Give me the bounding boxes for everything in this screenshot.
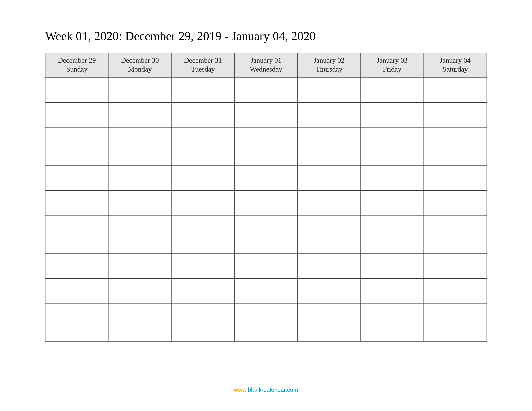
calendar-row <box>45 316 487 329</box>
calendar-cell <box>171 266 234 279</box>
calendar-cell <box>298 178 361 190</box>
calendar-cell <box>171 153 234 165</box>
day-header-monday: December 30 Monday <box>108 53 171 77</box>
calendar-cell <box>234 165 297 178</box>
calendar-cell <box>108 216 171 228</box>
calendar-cell <box>424 241 487 253</box>
day-header-thursday: January 02 Thursday <box>298 53 361 77</box>
calendar-cell <box>424 316 487 329</box>
calendar-cell <box>234 216 297 228</box>
calendar-cell <box>45 77 108 90</box>
day-header-weekday: Thursday <box>299 65 359 74</box>
calendar-cell <box>424 253 487 266</box>
calendar-row <box>45 140 487 153</box>
calendar-cell <box>45 241 108 253</box>
calendar-cell <box>361 329 424 341</box>
calendar-cell <box>234 316 297 329</box>
calendar-cell <box>108 90 171 103</box>
calendar-cell <box>361 241 424 253</box>
calendar-cell <box>298 316 361 329</box>
calendar-row <box>45 329 487 341</box>
calendar-cell <box>424 216 487 228</box>
day-header-weekday: Wednesday <box>236 65 296 74</box>
day-header-saturday: January 04 Saturday <box>424 53 487 77</box>
calendar-cell <box>424 304 487 316</box>
day-header-tuesday: December 31 Tuesday <box>171 53 234 77</box>
calendar-cell <box>108 266 171 279</box>
calendar-cell <box>45 90 108 103</box>
calendar-cell <box>298 266 361 279</box>
calendar-row <box>45 279 487 291</box>
calendar-cell <box>171 291 234 304</box>
day-header-date: December 29 <box>47 56 107 65</box>
day-header-date: January 01 <box>236 56 296 65</box>
calendar-cell <box>424 103 487 115</box>
calendar-cell <box>424 266 487 279</box>
calendar-cell <box>424 140 487 153</box>
calendar-cell <box>361 316 424 329</box>
calendar-cell <box>45 316 108 329</box>
calendar-cell <box>298 103 361 115</box>
calendar-cell <box>45 253 108 266</box>
calendar-cell <box>171 165 234 178</box>
calendar-cell <box>361 266 424 279</box>
calendar-row <box>45 266 487 279</box>
calendar-cell <box>171 103 234 115</box>
calendar-cell <box>298 90 361 103</box>
calendar-row <box>45 304 487 316</box>
calendar-cell <box>361 216 424 228</box>
calendar-cell <box>45 190 108 203</box>
calendar-cell <box>108 291 171 304</box>
calendar-row <box>45 190 487 203</box>
calendar-cell <box>171 77 234 90</box>
calendar-cell <box>171 178 234 190</box>
calendar-row <box>45 253 487 266</box>
calendar-cell <box>424 329 487 341</box>
calendar-cell <box>108 178 171 190</box>
calendar-cell <box>108 165 171 178</box>
calendar-cell <box>298 241 361 253</box>
calendar-cell <box>45 103 108 115</box>
calendar-cell <box>45 291 108 304</box>
calendar-cell <box>298 253 361 266</box>
calendar-row <box>45 77 487 90</box>
calendar-row <box>45 90 487 103</box>
weekly-calendar-table: December 29 Sunday December 30 Monday De… <box>45 53 487 342</box>
calendar-cell <box>361 103 424 115</box>
calendar-cell <box>298 140 361 153</box>
calendar-cell <box>171 203 234 216</box>
calendar-row <box>45 241 487 253</box>
calendar-cell <box>171 228 234 241</box>
calendar-cell <box>108 190 171 203</box>
calendar-cell <box>234 153 297 165</box>
calendar-cell <box>45 304 108 316</box>
calendar-cell <box>424 291 487 304</box>
day-header-sunday: December 29 Sunday <box>45 53 108 77</box>
calendar-cell <box>361 77 424 90</box>
calendar-row <box>45 216 487 228</box>
calendar-cell <box>298 190 361 203</box>
calendar-cell <box>108 77 171 90</box>
calendar-cell <box>171 90 234 103</box>
calendar-cell <box>234 304 297 316</box>
calendar-cell <box>361 153 424 165</box>
calendar-cell <box>361 253 424 266</box>
calendar-cell <box>108 103 171 115</box>
calendar-cell <box>171 241 234 253</box>
day-header-weekday: Saturday <box>425 65 485 74</box>
calendar-cell <box>108 228 171 241</box>
calendar-cell <box>45 140 108 153</box>
calendar-row <box>45 115 487 128</box>
calendar-cell <box>108 153 171 165</box>
calendar-row <box>45 103 487 115</box>
calendar-cell <box>361 140 424 153</box>
calendar-cell <box>45 266 108 279</box>
day-header-friday: January 03 Friday <box>361 53 424 77</box>
calendar-cell <box>234 90 297 103</box>
calendar-cell <box>45 329 108 341</box>
calendar-cell <box>234 228 297 241</box>
calendar-cell <box>424 115 487 128</box>
calendar-cell <box>234 203 297 216</box>
calendar-cell <box>108 140 171 153</box>
footer-prefix: www. <box>234 386 248 393</box>
